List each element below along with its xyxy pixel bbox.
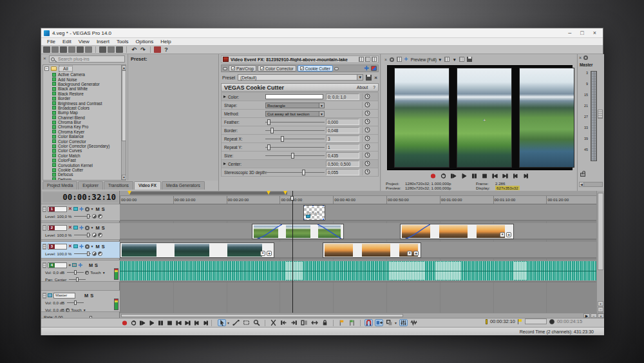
split-button[interactable] — [269, 319, 278, 326]
event-fx-icon[interactable]: + — [506, 232, 511, 237]
playhead[interactable] — [292, 191, 293, 313]
whats-this-help-icon[interactable]: ? — [162, 46, 170, 53]
preview-settings-icon[interactable] — [390, 57, 394, 62]
scroll-thumb[interactable] — [121, 314, 403, 317]
menu-view[interactable]: View — [75, 39, 93, 44]
search-input[interactable] — [57, 56, 115, 62]
track-row[interactable] — [120, 223, 596, 240]
play-button[interactable] — [460, 173, 468, 179]
tree-scrollbar[interactable]: ▲ ▼ — [121, 65, 126, 180]
zoom-in-icon[interactable]: + — [598, 301, 603, 306]
selection-handle[interactable] — [312, 205, 314, 207]
plugin-item[interactable]: Black Restore — [43, 92, 126, 96]
animate-clock-icon[interactable] — [362, 169, 379, 175]
timeline-event[interactable]: *+ — [120, 242, 274, 258]
pan-slider[interactable] — [69, 279, 86, 280]
level-slider[interactable] — [74, 253, 91, 254]
tab-project-media[interactable]: Project Media — [43, 181, 77, 190]
timeline-grid[interactable]: 00:00:0000:00:10:0000:00:20:0000:00:30:0… — [120, 191, 596, 313]
chevron-down-icon[interactable]: ▼ — [319, 112, 324, 116]
overlay-icon[interactable]: ✛ — [404, 57, 408, 62]
video-event-fx-header[interactable]: Video Event FX: 812392910-flight-above-m… — [221, 55, 379, 63]
add-fx-icon[interactable]: ✛ — [364, 66, 369, 71]
scroll-down-icon[interactable]: ▼ — [122, 175, 126, 180]
mute-button[interactable]: M — [89, 262, 93, 268]
enable-snapping-button[interactable] — [365, 319, 373, 326]
slider-thumb[interactable] — [87, 251, 90, 256]
insert-marker-button[interactable] — [337, 319, 346, 326]
checkbox-icon[interactable]: ✓ — [260, 66, 264, 70]
copy-snapshot-icon[interactable] — [459, 57, 464, 62]
param-slider[interactable] — [265, 155, 325, 156]
splitter-grip[interactable] — [598, 110, 603, 119]
slider-thumb[interactable] — [281, 136, 284, 142]
previous-frame-button[interactable] — [193, 320, 200, 326]
timeline-event[interactable]: *+ — [400, 224, 514, 239]
menu-file[interactable]: File — [44, 39, 59, 44]
track-fx-icon[interactable]: ✛ — [79, 206, 84, 212]
preset-dropdown[interactable]: (Default) ▼ — [238, 74, 363, 81]
record-button[interactable] — [121, 320, 128, 326]
plugin-item[interactable]: Chroma Blur — [43, 120, 126, 124]
fx-automation-icon[interactable] — [371, 66, 377, 71]
chevron-down-icon[interactable]: ▼ — [91, 226, 94, 230]
animate-clock-icon[interactable] — [362, 102, 379, 108]
track-motion-icon[interactable] — [73, 207, 78, 211]
expand-icon[interactable] — [223, 162, 226, 165]
plugin-item[interactable]: Bump Map — [43, 110, 126, 115]
plugin-item[interactable]: Background Generator — [43, 82, 126, 86]
next-frame-button[interactable] — [202, 320, 209, 326]
plugin-item[interactable]: Cookie Cutter — [43, 168, 126, 172]
tree-root-label[interactable]: All — [59, 66, 73, 72]
next-frame-button[interactable] — [522, 173, 529, 179]
shuffle-button[interactable] — [300, 319, 308, 326]
trim-end-button[interactable] — [290, 319, 298, 326]
envelope-tool-button[interactable] — [232, 319, 240, 326]
timeline-event[interactable]: *+ — [323, 242, 421, 258]
publish-icon[interactable] — [154, 46, 161, 53]
lock-event-button[interactable] — [321, 319, 329, 326]
fx-chain-pan-crop[interactable]: ✓Pan/Crop — [229, 65, 256, 72]
zoom-in-icon[interactable]: + — [598, 313, 604, 318]
timeline-horizontal-scrollbar[interactable]: ▶ − + — [120, 313, 604, 318]
ignore-event-grouping-button[interactable] — [385, 319, 393, 326]
scroll-thumb[interactable] — [598, 193, 603, 270]
solo-button[interactable]: S — [102, 244, 105, 250]
panel-close-icon[interactable]: × — [579, 55, 582, 60]
selection-length-box[interactable] — [525, 319, 547, 324]
param-value[interactable]: 0,435 — [326, 152, 359, 159]
selection-edit-tool-button[interactable] — [242, 319, 251, 326]
plugin-item[interactable]: Channel Blend — [43, 115, 126, 120]
param-value[interactable]: 0,500; 0,500 — [326, 161, 359, 167]
expand-icon[interactable] — [223, 95, 226, 98]
plugin-item[interactable]: Convolution Kernel — [43, 162, 126, 167]
play-from-start-button[interactable] — [450, 173, 457, 179]
loop-region[interactable] — [129, 191, 287, 195]
arm-record-icon[interactable]: ● — [68, 262, 71, 268]
go-to-start-button[interactable] — [175, 320, 182, 326]
chevron-down-icon[interactable]: ▼ — [91, 207, 94, 211]
track-number-chip[interactable]: 2 — [48, 225, 67, 231]
checkbox-icon[interactable]: ✓ — [300, 66, 304, 70]
master-bus-header[interactable]: Master M S Vol: 0,0 dB Vol: 0,0 dB Touch — [41, 290, 120, 312]
external-monitor-icon[interactable] — [397, 57, 402, 62]
track-grip[interactable] — [43, 244, 46, 250]
audio-track-header[interactable]: 4 ● ✛ M S Vol: 0,0 dB Touch ▼ — [41, 260, 120, 282]
insert-region-button[interactable] — [348, 319, 356, 326]
param-value[interactable]: 0,055 — [326, 169, 359, 175]
paste-icon[interactable] — [116, 46, 123, 53]
about-link[interactable]: About — [357, 85, 368, 90]
plugin-item[interactable]: Broadcast Colors — [43, 106, 126, 110]
loop-start-marker[interactable] — [128, 191, 131, 195]
preferences-icon[interactable] — [85, 46, 92, 53]
lock-icon[interactable] — [580, 173, 585, 177]
bypass-motion-blur-icon[interactable]: ✕ — [68, 244, 72, 249]
properties-icon[interactable] — [77, 46, 84, 53]
pause-button[interactable] — [471, 173, 478, 179]
slider-thumb[interactable] — [291, 153, 294, 159]
mute-button[interactable]: M — [96, 225, 100, 231]
redo-icon[interactable]: ↷ — [139, 46, 147, 53]
fx-chain-cookie-cutter[interactable]: ✓Cookie Cutter — [298, 65, 333, 72]
slip-button[interactable] — [310, 319, 319, 326]
fx-chain-color-corrector[interactable]: ✓Color Corrector — [258, 65, 296, 72]
